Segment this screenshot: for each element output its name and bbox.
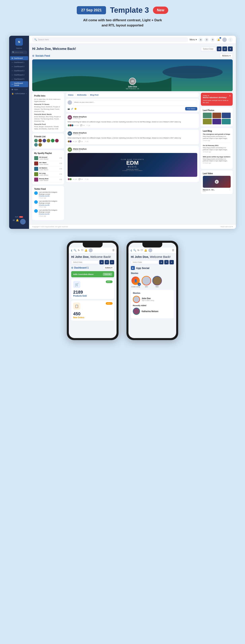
phone-right-shield-icon[interactable]: 🛡 — [141, 249, 143, 252]
tab-multimedia[interactable]: Multimedia — [77, 94, 87, 96]
nav-bell-icon[interactable]: 🔔 1 — [216, 38, 221, 42]
post-shares-0[interactable]: ↗ 23 — [86, 124, 90, 126]
phone-left-refresh-icon[interactable]: ↻ — [78, 249, 80, 252]
post-mini-avatar-3 — [71, 124, 74, 126]
photo-1[interactable] — [203, 113, 212, 118]
nav-more-icon[interactable]: ⋮ — [228, 38, 233, 42]
phone-left-back-icon[interactable]: ❮ — [71, 249, 72, 252]
more-icon[interactable]: ⋮ — [229, 188, 231, 191]
post-comments-0[interactable]: 💬 44 — [80, 124, 85, 126]
post-comments-1[interactable]: 💬 44 — [79, 141, 83, 142]
sidebar-item-dashboard5[interactable]: — Dashboard 5 — [10, 77, 28, 81]
tab-status[interactable]: Status — [68, 94, 74, 96]
photo-5[interactable] — [212, 119, 221, 124]
sidebar-search[interactable]: 🔍 — [11, 51, 27, 54]
video-thumbnail[interactable]: ▶ — [203, 176, 231, 188]
playlist-item-3[interactable]: As Long Justin Bieber 4:56 — [34, 172, 62, 177]
hero-avatar: JD — [129, 78, 136, 85]
sidebar-item-dashboard2[interactable]: — Dashboard 2 — [10, 64, 28, 68]
phone-right-bell-icon[interactable]: 🔔 — [144, 249, 147, 252]
phone-right-grid-btn[interactable]: ⊞ — [159, 260, 163, 264]
post-status-button[interactable]: Post Status — [185, 107, 197, 110]
phone-right-back-icon[interactable]: ❮ — [130, 249, 132, 252]
search-input[interactable] — [14, 52, 24, 53]
phone-left-menu-icon[interactable]: ☰ — [112, 249, 115, 252]
sidebar-item-dashboard-social[interactable]: — Dashboard Social — [10, 81, 28, 87]
last-blog-title: Last Blog — [203, 130, 231, 132]
birthday-close-icon[interactable]: ✕ — [229, 95, 231, 97]
phone-left-search-icon[interactable]: 🔍 — [74, 249, 77, 252]
phone-stories-label: Stories — [131, 272, 174, 274]
photo-4[interactable] — [203, 119, 212, 124]
phone-left-avatar[interactable] — [89, 248, 93, 252]
post-comments-2[interactable]: 💬 44 — [79, 178, 83, 180]
navbar-search[interactable]: 🔍 Search here — [32, 37, 188, 42]
phone-right-search-icon[interactable]: 🔍 — [133, 249, 136, 252]
nav-avatar[interactable] — [222, 38, 227, 42]
phone-left-actions-btn[interactable]: Actions ▾ — [103, 266, 114, 270]
phone-right-avatar[interactable] — [148, 248, 152, 252]
phone-left-bell-icon[interactable]: 🔔 — [85, 249, 88, 252]
action-list-icon[interactable]: ☰ — [222, 46, 227, 51]
action-grid-icon[interactable]: ⊞ — [217, 46, 221, 51]
phone-left-screen: ❮ 🔍 ↻ 🛡 🔔 ☰ Hi John Doe, Welcome Back! — [69, 243, 117, 338]
phone-right-date-select[interactable]: Select Date — [131, 260, 158, 264]
compose-smile-icon[interactable]: 😊 — [74, 108, 77, 110]
photo-2[interactable] — [212, 113, 221, 118]
playlist-item-4[interactable]: Beauty Beat Justin Bieber 4:56 — [34, 177, 62, 182]
post-shares-2[interactable]: ↗ 23 — [85, 178, 88, 180]
story-list-katharina[interactable]: Katharina Nielsen — [133, 308, 172, 315]
phone-click-me-button[interactable]: Click Me — [103, 273, 112, 276]
story-mike-circle[interactable] — [152, 276, 162, 286]
sidebar-item-dashboard[interactable]: ⊞ Dashboard — [10, 56, 28, 60]
header-section: 27 Sep 2021 Template 3 New All come with… — [0, 0, 245, 32]
menu-link[interactable]: Menu ▾ — [189, 38, 197, 41]
phone-left-grid-btn[interactable]: ⊞ — [99, 260, 104, 264]
action-filter-icon[interactable]: ▼ — [228, 46, 233, 51]
sidebar-item-dashboard1[interactable]: — Dashboard 1 — [10, 60, 28, 64]
playlist-item-1[interactable]: All I Want Justin Bieber 4:56 — [34, 161, 62, 166]
phone-left-date-select[interactable]: Select Date — [71, 260, 99, 264]
compose-input[interactable] — [73, 100, 197, 106]
phone-left-list-btn[interactable]: ☰ — [105, 260, 109, 264]
playlist-item-2[interactable]: All Matters Justin Bieber 4:56 — [34, 166, 62, 172]
story-john-circle[interactable] — [142, 276, 151, 286]
nav-settings-icon[interactable]: ⚙ — [210, 38, 215, 42]
phone-left-filter-btn[interactable]: ▼ — [110, 260, 114, 264]
sidebar-item-dashboard4[interactable]: — Dashboard 4 — [10, 73, 28, 77]
left-column: Profile Intro Hi I'm John Doe, I'm 30 & … — [32, 93, 64, 222]
tweet-avatar-2 — [34, 209, 38, 213]
play-button[interactable]: ▶ — [215, 180, 219, 184]
phone-right-filter-btn[interactable]: ▼ — [169, 260, 174, 264]
post-likes-2[interactable]: ♥ 120 — [73, 178, 77, 180]
nav-grid-icon[interactable]: ⊞ — [198, 38, 203, 42]
sidebar-item-apps[interactable]: ◉ Apps › — [10, 88, 28, 92]
story-list-john[interactable]: John Doe Tap to add a story — [133, 296, 172, 303]
post-likes-1[interactable]: ♥ 120 — [73, 141, 77, 142]
story-create-circle[interactable]: 👤 + — [131, 276, 140, 286]
search-icon: 🔍 — [12, 52, 14, 53]
phone-left-shield-icon[interactable]: 🛡 — [81, 249, 83, 252]
story-john[interactable]: John — [142, 276, 151, 288]
phone-right-refresh-icon[interactable]: ↻ — [137, 249, 139, 252]
story-add-btn[interactable]: + — [138, 283, 141, 286]
date-select[interactable]: Select Date — [201, 47, 215, 51]
sidebar-item-dashboard3[interactable]: — Dashboard 3 — [10, 69, 28, 73]
tab-blog-post[interactable]: Blog Post — [90, 94, 98, 96]
compose-link-icon[interactable]: 🔗 — [71, 108, 73, 110]
story-mike[interactable]: Mike — [152, 276, 162, 288]
compose-camera-icon[interactable]: 📷 — [68, 108, 70, 110]
story-create[interactable]: 👤 + Create a story — [131, 276, 140, 288]
post-likes-0[interactable]: ♥ 195 — [75, 124, 79, 126]
photo-6[interactable] — [222, 119, 231, 124]
spotify-playlist-card: My Spotify Playlist All Around Justin Bi… — [32, 150, 64, 184]
sidebar-item-authorization[interactable]: 🔒 Authorization › — [10, 92, 28, 96]
photo-3[interactable] — [222, 113, 231, 118]
actions-button[interactable]: Actions ▾ — [220, 54, 233, 58]
welcome-text: Hi John Doe, Welcome Back! — [32, 47, 76, 51]
nav-list-icon[interactable]: ☰ — [204, 38, 209, 42]
post-shares-1[interactable]: ↗ 23 — [85, 141, 88, 142]
phone-right-list-btn[interactable]: ☰ — [164, 260, 169, 264]
phone-right-menu-icon[interactable]: ☰ — [172, 249, 174, 252]
playlist-item-0[interactable]: All Around Justin Bieber 4:58 — [34, 156, 62, 161]
